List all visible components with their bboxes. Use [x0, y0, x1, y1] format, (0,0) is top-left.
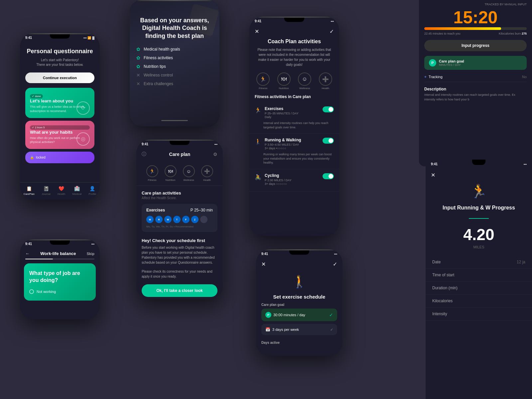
medical-icon: 🏥 — [73, 185, 80, 192]
exercise-name: Exercises — [146, 208, 165, 212]
cycling-range: P 2.00 MILES / DAY — [265, 179, 292, 182]
worklife-option[interactable]: Not working — [29, 289, 90, 294]
questionnaire-title: Personal questionnaire — [25, 48, 94, 55]
phone-questionnaire: 9:41 ▪▪▪ 📶 ▓ Personal questionnaire Let'… — [20, 33, 100, 200]
care-tab-nutrition[interactable]: 🍽 Nutrition — [165, 165, 177, 182]
walker-icon: 🚶 — [259, 275, 339, 289]
activity-running: 🚶 Running & Walking P 3.50–4.50 MILES / … — [249, 134, 339, 169]
nav-medical[interactable]: 🏥 Medical — [72, 185, 82, 196]
status-bar-5: 9:41 ▪▪▪ — [249, 17, 339, 24]
time-display: 15:20 — [419, 7, 532, 27]
activity-cycling: 🚴 Cycling P 2.00 MILES / DAY 3+ days ○○○… — [249, 169, 339, 192]
health-icon: ❤️ — [58, 185, 65, 192]
goal-freq-val: 3 days per week — [272, 328, 299, 332]
care-goal-row: P Care plan goal MINUTES / DAY — [424, 56, 527, 70]
form-time-start[interactable]: Time of start — [426, 269, 532, 282]
intensity-label: Intensity — [432, 312, 447, 316]
coach-item-3-label: Nutrition tips — [144, 64, 166, 69]
nav-health[interactable]: ❤️ Health — [58, 185, 65, 196]
continue-button[interactable]: Continue execution — [25, 72, 94, 83]
coach-act-desc: Please note that removing or adding acti… — [249, 47, 339, 67]
cycling-name: Cycling — [265, 173, 292, 178]
running-toggle[interactable] — [323, 138, 334, 144]
time-2: 9:41 — [25, 242, 32, 246]
check-btn[interactable]: Ok, I'll take a closer look — [142, 284, 217, 297]
coach-item-2-label: Fitness activities — [144, 56, 173, 60]
exercise-title-row: Exercises P 25–30 min — [146, 208, 213, 212]
coach-act-header: ✕ ✓ — [249, 24, 339, 39]
exercises-name: Exercises — [265, 106, 299, 111]
activity-exercises: 🏃 Exercises P 25–35 MINUTES / DAY Daily … — [249, 102, 339, 134]
progress-stats: 22:45 minutes to reach you Kilocalories … — [419, 30, 532, 37]
coach-item-5-label: Extra challenges — [144, 81, 173, 86]
journal-icon: 📓 — [43, 185, 50, 192]
settings-icon[interactable]: ⚙ — [213, 152, 217, 157]
fitness-circle-icon: 🏃 — [146, 165, 158, 177]
care-tab-fitness[interactable]: 🏃 Fitness — [146, 165, 158, 182]
worklife-title: Work-life balance — [40, 251, 76, 256]
check-icon-1: ✿ — [136, 47, 140, 52]
careplan-title: Care plan — [169, 152, 191, 157]
card-habits[interactable]: ✓ 2 from 5 What are your habits How ofte… — [25, 121, 94, 149]
tab-health-icon: ➕ — [319, 72, 332, 86]
tracked-label: TRACKED BY MANUAL INPUT — [419, 0, 532, 7]
time-5: 9:41 — [255, 19, 261, 23]
close-input-icon[interactable]: ✕ — [431, 172, 435, 178]
phone-health-coach: Based on your answers, Digital Health Co… — [130, 0, 219, 126]
progress-bar-container — [25, 259, 94, 259]
coach-text: Based on your answers, Digital Health Co… — [130, 0, 219, 96]
close-icon[interactable]: ✕ — [255, 28, 259, 35]
phone-careplan: 9:41 ▪▪▪ ⓘ Care plan ⚙ 🏃 Fitness 🍽 Nutri… — [136, 140, 223, 299]
option-label: Not working — [37, 290, 56, 294]
p-icon: P — [265, 312, 271, 318]
input-progress-button[interactable]: Input progress — [424, 40, 527, 51]
status-bar-2: 9:41 ▪▪▪ — [20, 239, 100, 247]
care-tab-health[interactable]: ➕ Health — [201, 165, 213, 182]
habits-badge: ✓ 2 from 5 — [30, 125, 90, 130]
confirm-schedule-icon[interactable]: ✓ — [333, 261, 337, 267]
wellness-circle-icon: ☺ — [183, 165, 195, 177]
nav-profile-label: Profile — [89, 193, 96, 196]
nav-journal[interactable]: 📓 Journal — [42, 185, 50, 196]
nav-profile[interactable]: 👤 Profile — [89, 185, 96, 196]
activity-running-header: 🚶 Running & Walking P 3.50–4.50 MILES / … — [255, 138, 334, 150]
form-intensity[interactable]: Intensity — [426, 308, 532, 321]
day-f: F — [182, 216, 190, 223]
exercises-toggle[interactable] — [323, 106, 334, 112]
care-goal-left: P Care plan goal MINUTES / DAY — [429, 59, 464, 66]
status-bar-1: 9:41 ▪▪▪ 📶 ▓ — [20, 33, 100, 41]
phone-coach-activities: 9:41 ▪▪▪ ✕ ✓ Coach Plan activities Pleas… — [249, 17, 339, 236]
form-kcal[interactable]: Kilocalories — [426, 295, 532, 308]
exercise-progress-bar — [424, 27, 527, 30]
input-running-title: Input Running & W Progress — [426, 204, 532, 211]
desc-text: Interval and intensity routines can reac… — [424, 93, 527, 102]
card-learn[interactable]: ✓ done Let's learn about you This will g… — [25, 88, 94, 118]
worklife-card: What type of job are you doing? Not work… — [24, 263, 96, 301]
coach-item-4: ✕ Wellness control — [136, 72, 213, 78]
tab-health[interactable]: ➕ Health — [319, 72, 332, 90]
cross-icon-2: ✕ — [136, 81, 140, 86]
info-icon: ⓘ — [142, 151, 146, 157]
nav-careplan[interactable]: 📋 CarePlan — [24, 185, 35, 196]
activity-exercises-header: 🏃 Exercises P 25–35 MINUTES / DAY Daily — [255, 106, 334, 119]
skip-button[interactable]: Skip — [87, 252, 94, 256]
radio-not-working[interactable] — [29, 289, 34, 294]
wifi-icon: 📶 — [87, 36, 91, 40]
coach-item-5: ✕ Extra challenges — [136, 81, 213, 86]
running-figure-icon: 🏃 — [426, 178, 532, 204]
panel-progress: TRACKED BY MANUAL INPUT 15:20 22:45 minu… — [419, 0, 532, 166]
cycling-toggle[interactable] — [323, 173, 334, 179]
locked-label: locked — [36, 156, 46, 159]
exercises-range: P 25–35 MINUTES / DAY — [265, 112, 299, 115]
tab-nutrition[interactable]: 🍽 Nutrition — [277, 72, 291, 90]
day-empty — [200, 216, 207, 223]
tab-fitness[interactable]: 🏃 Fitness — [256, 72, 270, 90]
battery-icon: ▓ — [92, 36, 94, 40]
tab-wellness[interactable]: ☺ Wellness — [298, 72, 311, 90]
minutes-label: 22:45 minutes to reach you — [424, 32, 461, 35]
close-schedule-icon[interactable]: ✕ — [261, 261, 266, 267]
day-m: M — [146, 216, 154, 223]
confirm-icon[interactable]: ✓ — [330, 28, 334, 35]
form-duration[interactable]: Duration (min) — [426, 282, 532, 295]
care-tab-wellness[interactable]: ☺ Wellness — [183, 165, 195, 182]
